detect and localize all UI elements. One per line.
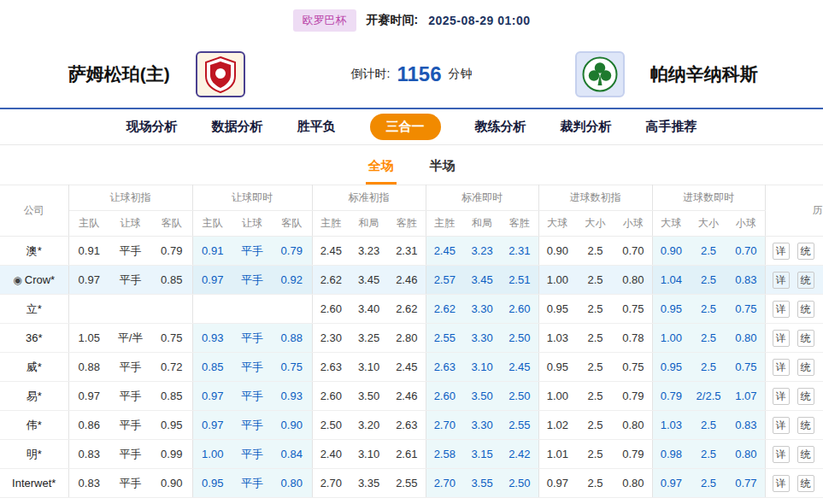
nav-item[interactable]: 高手推荐 [646, 119, 697, 135]
column-header: 小球 [727, 211, 765, 237]
detail-button[interactable]: 详 [773, 388, 790, 405]
odds-cell: 0.92 [272, 266, 312, 295]
odds-cell: 3.10 [463, 353, 501, 382]
odds-cell: 2.55 [388, 469, 426, 498]
nav-item[interactable]: 现场分析 [126, 119, 178, 135]
odds-cell: 2.55 [501, 411, 538, 440]
group-header-handicap-initial: 让球初指 [68, 185, 192, 211]
history-cell: 详统 [765, 266, 823, 295]
company-cell[interactable]: 立* [0, 295, 68, 324]
company-cell[interactable]: 伟* [0, 411, 68, 440]
main-nav: 现场分析数据分析胜平负三合一教练分析裁判分析高手推荐 [0, 108, 823, 145]
odds-cell: 0.79 [614, 440, 652, 469]
detail-button[interactable]: 详 [773, 417, 790, 434]
odds-cell: 2.50 [501, 469, 538, 498]
odds-cell: 2.5 [576, 324, 614, 353]
target-icon: ◉ [13, 274, 21, 286]
odds-cell: 2.46 [388, 382, 426, 411]
subnav: 全场半场 [0, 145, 823, 185]
odds-cell: 2/2.5 [690, 382, 727, 411]
home-team-name: 萨姆松珀(主) [68, 62, 170, 86]
odds-cell: 0.83 [68, 469, 109, 498]
odds-cell: 平手 [232, 411, 272, 440]
odds-cell [192, 295, 232, 324]
stats-button[interactable]: 统 [797, 272, 814, 289]
subnav-tab[interactable]: 半场 [427, 149, 458, 185]
odds-cell: 0.83 [727, 411, 765, 440]
company-cell[interactable]: 易* [0, 382, 68, 411]
odds-cell: 2.46 [388, 266, 426, 295]
odds-cell: 2.5 [690, 266, 727, 295]
odds-cell: 2.51 [501, 266, 538, 295]
company-cell[interactable]: 澳* [0, 237, 68, 266]
odds-cell: 平手 [232, 469, 272, 498]
stats-button[interactable]: 统 [797, 417, 814, 434]
odds-cell: 3.23 [463, 237, 501, 266]
odds-cell: 平手 [109, 440, 151, 469]
odds-cell: 0.75 [727, 295, 765, 324]
company-cell[interactable]: 明* [0, 440, 68, 469]
stats-button[interactable]: 统 [797, 446, 814, 463]
group-header-goals-live: 进球数即时 [652, 185, 765, 211]
odds-cell: 2.5 [690, 295, 727, 324]
odds-cell: 0.91 [192, 237, 232, 266]
stats-button[interactable]: 统 [797, 243, 814, 260]
away-team-name: 帕纳辛纳科斯 [650, 62, 758, 86]
stats-button[interactable]: 统 [797, 330, 814, 347]
odds-cell: 3.10 [350, 440, 388, 469]
odds-cell: 2.5 [690, 469, 727, 498]
odds-cell [272, 295, 312, 324]
odds-cell: 2.63 [388, 411, 426, 440]
detail-button[interactable]: 详 [773, 475, 790, 492]
table-row: 立*2.603.402.622.623.302.600.952.50.750.9… [0, 295, 823, 324]
odds-cell: 0.90 [151, 469, 192, 498]
column-header: 客队 [151, 211, 192, 237]
nav-item[interactable]: 裁判分析 [561, 119, 612, 135]
odds-cell: 2.5 [576, 411, 614, 440]
stats-button[interactable]: 统 [797, 301, 814, 318]
odds-cell: 平手 [109, 382, 151, 411]
odds-cell: 2.31 [501, 237, 538, 266]
odds-cell: 3.30 [463, 411, 501, 440]
company-name: 立* [26, 302, 42, 315]
detail-button[interactable]: 详 [773, 446, 790, 463]
nav-item[interactable]: 三合一 [370, 114, 441, 140]
odds-cell: 2.5 [576, 237, 614, 266]
detail-button[interactable]: 详 [773, 330, 790, 347]
stats-button[interactable]: 统 [797, 475, 814, 492]
odds-cell: 0.90 [652, 237, 690, 266]
odds-cell: 0.85 [151, 382, 192, 411]
detail-button[interactable]: 详 [773, 272, 790, 289]
history-cell: 详统 [765, 295, 823, 324]
column-header: 和局 [463, 211, 501, 237]
subnav-tab[interactable]: 全场 [366, 149, 397, 185]
odds-cell: 3.20 [350, 411, 388, 440]
company-cell[interactable]: ◉Crow* [0, 266, 68, 295]
odds-cell: 0.93 [192, 324, 232, 353]
nav-item[interactable]: 教练分析 [475, 119, 526, 135]
odds-cell: 0.75 [151, 324, 192, 353]
column-header: 让球 [232, 211, 272, 237]
odds-cell: 1.05 [68, 324, 109, 353]
stats-button[interactable]: 统 [797, 388, 814, 405]
nav-item[interactable]: 数据分析 [212, 119, 263, 135]
detail-button[interactable]: 详 [773, 301, 790, 318]
nav-item[interactable]: 胜平负 [297, 119, 336, 135]
column-header: 大球 [652, 211, 690, 237]
odds-cell: 3.30 [463, 295, 501, 324]
company-name: Crow* [25, 273, 55, 286]
odds-cell: 平手 [232, 353, 272, 382]
column-header: 主胜 [312, 211, 350, 237]
odds-cell: 2.40 [312, 440, 350, 469]
odds-cell: 2.63 [312, 353, 350, 382]
company-cell[interactable]: 36* [0, 324, 68, 353]
odds-cell: 平手 [109, 266, 151, 295]
odds-cell: 2.5 [690, 237, 727, 266]
detail-button[interactable]: 详 [773, 359, 790, 376]
company-cell[interactable]: Interwet* [0, 469, 68, 498]
detail-button[interactable]: 详 [773, 243, 790, 260]
stats-button[interactable]: 统 [797, 359, 814, 376]
company-cell[interactable]: 威* [0, 353, 68, 382]
odds-cell: 0.97 [538, 469, 576, 498]
odds-cell: 2.50 [501, 382, 538, 411]
